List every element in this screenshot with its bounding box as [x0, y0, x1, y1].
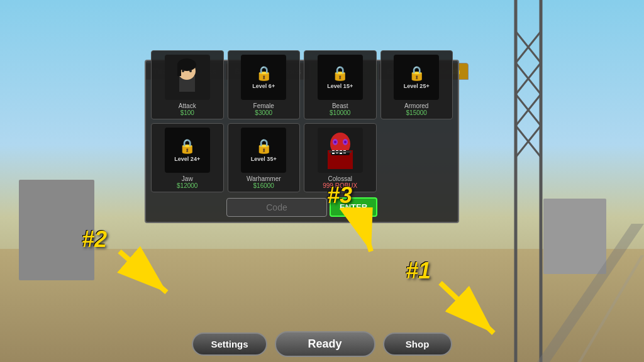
- svg-point-15: [189, 70, 192, 72]
- skin-avatar-beast: 🔒 Level 15+: [318, 55, 363, 100]
- skin-name-female: Female: [253, 102, 274, 109]
- level-req-beast: Level 15+: [327, 83, 353, 89]
- skin-card-jaw[interactable]: 🔒 Level 24+ Jaw $12000: [151, 123, 224, 192]
- skin-name-armored: Armored: [404, 102, 428, 109]
- skin-price-jaw: $12000: [177, 182, 197, 189]
- svg-point-14: [182, 70, 184, 72]
- level-req-armored: Level 25+: [404, 83, 430, 89]
- svg-line-31: [358, 211, 371, 251]
- level-req-jaw: Level 24+: [174, 156, 200, 162]
- skin-price-armored: $15000: [406, 109, 427, 116]
- svg-rect-13: [177, 65, 181, 76]
- arrow-2: [107, 245, 182, 302]
- code-row: ENTER: [151, 197, 453, 217]
- lock-icon-warhammer: 🔒: [255, 138, 272, 155]
- svg-point-21: [344, 141, 347, 143]
- svg-point-20: [334, 141, 336, 143]
- svg-line-29: [119, 251, 167, 292]
- lock-overlay-female: 🔒 Level 6+: [241, 55, 286, 100]
- skin-name-warhammer: Warhammer: [247, 175, 281, 182]
- lock-icon-beast: 🔒: [331, 65, 348, 82]
- code-input[interactable]: [226, 198, 327, 217]
- lock-overlay-warhammer: 🔒 Level 35+: [241, 128, 286, 173]
- annotation-3: #3: [327, 182, 352, 209]
- skin-price-attack: $100: [180, 109, 194, 116]
- skin-card-warhammer[interactable]: 🔒 Level 35+ Warhammer $16000: [228, 123, 301, 192]
- level-req-warhammer: Level 35+: [251, 156, 277, 162]
- annotation-2: #2: [82, 226, 107, 253]
- skin-avatar-colossal: [318, 128, 363, 173]
- skin-avatar-jaw: 🔒 Level 24+: [165, 128, 210, 173]
- lock-icon-armored: 🔒: [408, 65, 425, 82]
- skins-grid: Attack $100 🔒 Level 6+ Female $3000 🔒 Le…: [151, 50, 453, 192]
- main-panel: Attack $100 🔒 Level 6+ Female $3000 🔒 Le…: [145, 60, 459, 223]
- skin-avatar-warhammer: 🔒 Level 35+: [241, 128, 286, 173]
- arrow-3: [340, 207, 390, 258]
- skin-name-attack: Attack: [179, 102, 196, 109]
- skin-name-beast: Beast: [332, 102, 348, 109]
- skin-card-armored[interactable]: 🔒 Level 25+ Armored $15000: [380, 50, 453, 119]
- shop-button[interactable]: Shop: [383, 332, 452, 356]
- lock-icon-jaw: 🔒: [179, 138, 196, 155]
- svg-rect-27: [329, 151, 352, 153]
- skin-name-colossal: Colossal: [328, 175, 352, 182]
- skin-name-jaw: Jaw: [182, 175, 193, 182]
- bottom-bar: Settings Ready Shop: [0, 331, 644, 362]
- skin-card-attack[interactable]: Attack $100: [151, 50, 224, 119]
- lock-overlay-jaw: 🔒 Level 24+: [165, 128, 210, 173]
- lock-overlay-armored: 🔒 Level 25+: [394, 55, 439, 100]
- skin-price-warhammer: $16000: [253, 182, 274, 189]
- skin-avatar-attack: [165, 55, 210, 100]
- skin-avatar-armored: 🔒 Level 25+: [394, 55, 439, 100]
- skin-price-beast: $10000: [330, 109, 350, 116]
- settings-button[interactable]: Settings: [192, 332, 267, 356]
- lock-overlay-beast: 🔒 Level 15+: [318, 55, 363, 100]
- svg-line-33: [440, 283, 494, 333]
- skin-card-beast[interactable]: 🔒 Level 15+ Beast $10000: [304, 50, 377, 119]
- skin-price-female: $3000: [255, 109, 272, 116]
- lock-icon-female: 🔒: [255, 65, 272, 82]
- skin-avatar-female: 🔒 Level 6+: [241, 55, 286, 100]
- level-req-female: Level 6+: [252, 83, 275, 89]
- skin-card-female[interactable]: 🔒 Level 6+ Female $3000: [228, 50, 301, 119]
- ready-button[interactable]: Ready: [275, 331, 375, 357]
